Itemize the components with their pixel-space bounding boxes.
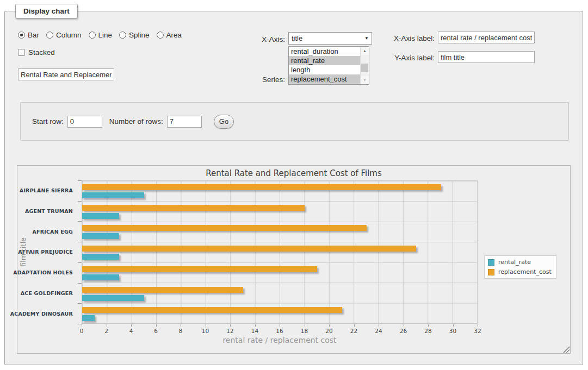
x-axis-tick [305, 324, 305, 327]
chart-type-radio-spline[interactable]: Spline [119, 31, 150, 39]
x-axis-label-field-label: X-Axis label: [379, 34, 435, 42]
x-axis-tick [156, 324, 157, 327]
y-axis-tick [78, 242, 82, 242]
radio-label: Area [166, 31, 182, 39]
x-tick-label: 30 [449, 328, 456, 334]
y-axis-tick [78, 324, 82, 324]
bar-replacement_cost [82, 307, 342, 313]
scrollbar-track[interactable] [361, 55, 369, 76]
x-tick-label: 16 [276, 328, 283, 334]
radio-label: Column [56, 31, 82, 39]
y-axis-tick [78, 201, 82, 202]
category-label: ACADEMY DINOSAUR [17, 303, 77, 324]
radio-icon[interactable] [119, 32, 126, 39]
x-tick-label: 26 [400, 328, 407, 334]
x-tick-label: 20 [325, 328, 332, 334]
y-axis-tick [78, 303, 82, 304]
chart-legend: rental_ratereplacement_cost [484, 255, 556, 279]
number-of-rows-input[interactable] [167, 116, 202, 128]
legend-swatch [488, 269, 494, 275]
x-axis-tick [181, 324, 181, 327]
bar-rental_rate [82, 213, 119, 219]
y-axis-tick [78, 283, 82, 284]
series-select-label: Series: [233, 76, 285, 84]
series-option-rental-rate[interactable]: rental_rate [289, 56, 360, 65]
x-tick-label: 0 [80, 328, 84, 334]
x-axis-tick [82, 324, 82, 327]
x-axis-tick [354, 324, 355, 327]
radio-label: Spline [129, 31, 150, 39]
x-tick-label: 24 [375, 328, 382, 334]
series-option-replacement-cost[interactable]: replacement_cost [289, 74, 360, 84]
x-axis-tick [478, 324, 478, 327]
display-chart-fieldset: Display chart Bar Column Line Spline Are… [4, 11, 583, 365]
x-tick-label: 12 [226, 328, 233, 334]
series-option-length[interactable]: length [289, 65, 360, 74]
x-axis-tick [131, 324, 132, 327]
radio-icon[interactable] [89, 32, 96, 39]
x-axis-label-input[interactable] [438, 32, 535, 43]
y-axis-label-input[interactable] [438, 51, 535, 63]
bar-rental_rate [82, 233, 119, 239]
x-tick-label: 10 [202, 328, 209, 334]
x-tick-label: 32 [474, 328, 481, 334]
stacked-checkbox[interactable] [18, 49, 25, 56]
bar-rental_rate [82, 315, 95, 321]
x-tick-label: 2 [104, 328, 108, 334]
chart-type-radio-bar[interactable]: Bar [18, 31, 39, 39]
bar-rental_rate [82, 274, 119, 280]
bar-replacement_cost [82, 246, 416, 252]
scroll-up-icon[interactable]: ▲ [361, 47, 369, 55]
y-axis-tick [78, 221, 82, 222]
scroll-down-icon[interactable]: ▼ [361, 76, 369, 84]
y-axis-label-field-label: Y-Axis label: [379, 54, 435, 62]
x-axis-tick [255, 324, 256, 327]
stacked-checkbox-row[interactable]: Stacked [18, 48, 55, 57]
bar-rental_rate [82, 254, 119, 260]
bar-rental_rate [82, 295, 144, 301]
x-axis-select[interactable]: title ▼ [288, 32, 372, 45]
scrollbar-thumb[interactable] [361, 64, 368, 72]
x-axis-tick [329, 324, 330, 327]
x-tick-label: 28 [424, 328, 431, 334]
x-axis-tick [453, 324, 454, 327]
x-tick-label: 22 [350, 328, 357, 334]
x-axis-tick [230, 324, 231, 327]
category-label: AFFAIR PREJUDICE [17, 242, 77, 262]
radio-label: Line [98, 31, 113, 39]
listbox-scrollbar[interactable]: ▲ ▼ [360, 47, 369, 84]
chart-type-radio-column[interactable]: Column [46, 31, 82, 39]
resize-handle-icon[interactable] [563, 346, 570, 353]
series-listbox[interactable]: rental_duration rental_rate length repla… [288, 46, 369, 85]
go-button[interactable]: Go [214, 115, 234, 129]
x-tick-label: 8 [179, 328, 183, 334]
radio-label: Bar [28, 31, 39, 39]
legend-item-replacement_cost: replacement_cost [488, 268, 552, 275]
x-axis-select-label: X-Axis: [233, 35, 285, 43]
x-axis-tick [404, 324, 404, 327]
chart-title-input[interactable] [18, 68, 114, 80]
start-row-label: Start row: [32, 117, 64, 126]
series-option-rental-duration[interactable]: rental_duration [289, 47, 360, 56]
row-range-panel: Start row: Number of rows: Go [20, 102, 569, 141]
plot-area [82, 180, 478, 324]
start-row-input[interactable] [67, 116, 102, 128]
radio-icon[interactable] [46, 32, 53, 39]
x-axis-tick [379, 324, 379, 327]
bar-replacement_cost [82, 205, 305, 211]
bar-replacement_cost [82, 266, 317, 272]
y-axis-tick [78, 180, 82, 181]
legend-label: rental_rate [498, 259, 531, 266]
x-tick-label: 14 [251, 328, 258, 334]
x-axis-tick [280, 324, 280, 327]
series-options: rental_duration rental_rate length repla… [289, 47, 360, 84]
x-tick-label: 18 [301, 328, 308, 334]
chart-type-radio-group: Bar Column Line Spline Area [18, 31, 182, 39]
bar-rental_rate [82, 192, 144, 198]
chart-type-radio-line[interactable]: Line [89, 31, 113, 39]
chart-type-radio-area[interactable]: Area [157, 31, 182, 39]
radio-icon[interactable] [18, 32, 25, 39]
category-label: ACE GOLDFINGER [17, 283, 77, 304]
radio-icon[interactable] [157, 32, 164, 39]
stacked-label: Stacked [28, 48, 55, 57]
